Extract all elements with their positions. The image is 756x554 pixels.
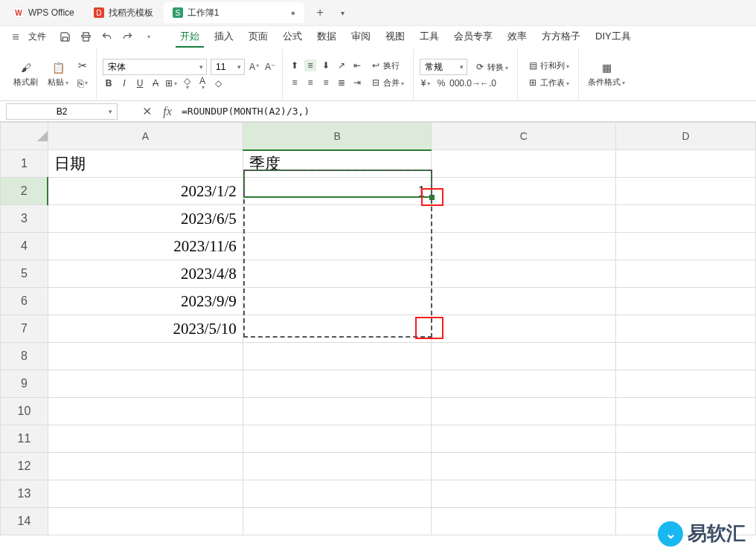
tab-data[interactable]: 数据 xyxy=(313,27,341,48)
cell[interactable] xyxy=(616,178,756,205)
cell[interactable] xyxy=(48,398,243,425)
select-all-corner[interactable] xyxy=(1,123,48,150)
cell[interactable]: 2023/6/5 xyxy=(48,205,243,233)
cell-active[interactable]: 1 xyxy=(243,178,432,205)
row-header[interactable]: 10 xyxy=(1,398,48,425)
cell[interactable]: 2023/5/10 xyxy=(48,315,243,343)
cell[interactable] xyxy=(432,233,616,260)
cell[interactable] xyxy=(48,453,243,480)
decimal-decrease-icon[interactable]: ←.0 xyxy=(482,77,494,89)
tab-formula[interactable]: 公式 xyxy=(278,27,307,48)
app-tab-wps[interactable]: W WPS Office xyxy=(4,2,83,23)
cell[interactable] xyxy=(616,150,756,178)
row-header[interactable]: 2 xyxy=(1,178,48,205)
cell[interactable] xyxy=(432,288,616,315)
col-header-c[interactable]: C xyxy=(432,123,616,150)
tab-list-button[interactable]: ▾ xyxy=(334,4,350,21)
cell[interactable] xyxy=(616,233,756,260)
row-header[interactable]: 1 xyxy=(1,150,48,178)
cell[interactable] xyxy=(243,453,432,480)
tab-page[interactable]: 页面 xyxy=(244,27,272,48)
cell[interactable] xyxy=(48,343,243,370)
cell[interactable] xyxy=(616,205,756,233)
cell[interactable] xyxy=(616,453,756,480)
row-header[interactable]: 12 xyxy=(1,453,48,480)
font-name-select[interactable]: 宋体▾ xyxy=(103,59,207,75)
spreadsheet-grid[interactable]: A B C D 1日期季度 22023/1/21 32023/6/5 42023… xyxy=(0,122,756,535)
cell[interactable] xyxy=(432,508,616,535)
cancel-formula-icon[interactable]: ⨯ xyxy=(140,105,153,118)
font-shrink-icon[interactable]: A⁻ xyxy=(264,61,276,73)
underline-icon[interactable]: U xyxy=(134,77,146,89)
clear-format-icon[interactable]: ◇ xyxy=(212,77,224,89)
justify-icon[interactable]: ≣ xyxy=(336,77,347,88)
tab-ffgz[interactable]: 方方格子 xyxy=(537,27,585,48)
row-header[interactable]: 13 xyxy=(1,480,48,508)
wrap-text-button[interactable]: ↩换行 xyxy=(367,58,403,73)
formula-input[interactable]: =ROUNDUP(MONTH(A2)/3,) xyxy=(182,106,310,117)
cut-icon[interactable]: ✂ xyxy=(75,58,90,73)
save-icon[interactable] xyxy=(58,30,71,44)
row-col-button[interactable]: ▤行和列 xyxy=(524,58,572,73)
col-header-b[interactable]: B xyxy=(243,123,432,150)
percent-icon[interactable]: % xyxy=(435,77,447,89)
align-bottom-icon[interactable]: ⬇ xyxy=(320,59,332,71)
undo-icon[interactable] xyxy=(100,30,113,44)
cell[interactable] xyxy=(243,260,432,288)
tab-tools[interactable]: 工具 xyxy=(415,27,443,48)
cell[interactable] xyxy=(432,398,616,425)
cell[interactable] xyxy=(432,370,616,398)
copy-icon[interactable]: ⎘ xyxy=(75,76,90,91)
new-tab-button[interactable]: + xyxy=(312,4,328,21)
currency-icon[interactable]: ¥ xyxy=(420,77,432,89)
row-header[interactable]: 11 xyxy=(1,425,48,453)
row-header[interactable]: 3 xyxy=(1,205,48,233)
cell[interactable] xyxy=(48,508,243,535)
app-tab-workbook[interactable]: S 工作簿1 ● xyxy=(164,2,304,23)
print-icon[interactable] xyxy=(79,30,92,44)
cell[interactable] xyxy=(432,425,616,453)
name-box[interactable]: B2▾ xyxy=(6,103,118,120)
align-center-icon[interactable]: ≡ xyxy=(304,77,316,88)
align-left-icon[interactable]: ≡ xyxy=(289,77,301,88)
cell[interactable] xyxy=(616,480,756,508)
worksheet-button[interactable]: ⊞工作表 xyxy=(524,75,572,90)
col-header-d[interactable]: D xyxy=(616,123,756,150)
cell[interactable] xyxy=(432,178,616,205)
row-header[interactable]: 9 xyxy=(1,370,48,398)
cell[interactable]: 季度 xyxy=(243,150,432,178)
tab-start[interactable]: 开始 xyxy=(176,27,204,48)
row-header[interactable]: 6 xyxy=(1,288,48,315)
cell[interactable]: 日期 xyxy=(48,150,243,178)
cell[interactable]: 2023/11/6 xyxy=(48,233,243,260)
bold-icon[interactable]: B xyxy=(103,77,115,89)
italic-icon[interactable]: I xyxy=(118,77,130,89)
indent-decrease-icon[interactable]: ⇤ xyxy=(351,59,363,71)
cell[interactable] xyxy=(432,150,616,178)
cell[interactable]: 2023/4/8 xyxy=(48,260,243,288)
cell[interactable] xyxy=(243,205,432,233)
fill-color-icon[interactable]: ◇ xyxy=(181,77,193,89)
align-middle-icon[interactable]: ≡ xyxy=(304,59,316,71)
cell[interactable] xyxy=(48,480,243,508)
orientation-icon[interactable]: ↗ xyxy=(336,59,347,71)
paste-button[interactable]: 📋 粘贴 xyxy=(45,59,71,89)
app-menu-icon[interactable]: ≡ xyxy=(9,30,22,44)
cell[interactable]: 2023/1/2 xyxy=(48,178,243,205)
row-header[interactable]: 7 xyxy=(1,315,48,343)
indent-increase-icon[interactable]: ⇥ xyxy=(351,77,363,88)
cell[interactable] xyxy=(616,288,756,315)
borders-icon[interactable]: ⊞ xyxy=(165,77,177,89)
merge-cells-button[interactable]: ⊟合并 xyxy=(367,75,407,90)
cell[interactable] xyxy=(243,508,432,535)
cell[interactable] xyxy=(616,425,756,453)
conditional-format-button[interactable]: ▦ 条件格式 xyxy=(585,59,628,89)
cell[interactable]: 2023/9/9 xyxy=(48,288,243,315)
align-right-icon[interactable]: ≡ xyxy=(320,77,332,88)
cell[interactable] xyxy=(616,343,756,370)
cell[interactable] xyxy=(243,480,432,508)
cell[interactable] xyxy=(432,260,616,288)
cell[interactable] xyxy=(243,233,432,260)
tab-diy[interactable]: DIY工具 xyxy=(591,27,635,48)
row-header[interactable]: 14 xyxy=(1,508,48,535)
